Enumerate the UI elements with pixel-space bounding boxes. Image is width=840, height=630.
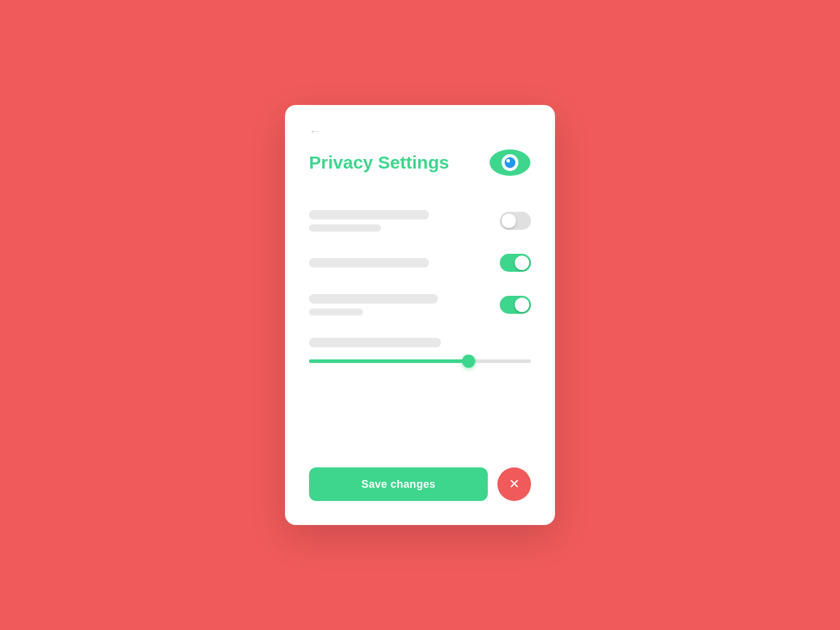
toggle-2-knob <box>515 256 529 270</box>
setting-3-sublabel <box>309 308 363 316</box>
toggle-1-slider <box>500 212 531 230</box>
card-header: Privacy Settings <box>309 148 531 178</box>
svg-point-3 <box>506 159 510 163</box>
toggle-3-slider <box>500 296 531 314</box>
setting-1-sublabel <box>309 224 381 232</box>
setting-1-label <box>309 210 429 220</box>
range-fill <box>309 359 469 363</box>
page-title: Privacy Settings <box>309 152 449 173</box>
toggle-2-slider <box>500 254 531 272</box>
setting-item-3 <box>309 283 531 327</box>
toggle-3-knob <box>515 298 529 312</box>
svg-point-2 <box>505 157 515 168</box>
range-thumb[interactable] <box>462 355 475 368</box>
setting-item-2 <box>309 243 531 283</box>
cancel-button[interactable]: ✕ <box>497 467 531 501</box>
slider-label <box>309 338 441 347</box>
toggle-2[interactable] <box>500 254 531 272</box>
toggle-3[interactable] <box>500 296 531 314</box>
card-footer: Save changes ✕ <box>309 467 531 501</box>
setting-3-label <box>309 294 438 304</box>
settings-list <box>309 199 531 448</box>
setting-1-text <box>309 210 488 232</box>
toggle-1-knob <box>502 214 516 228</box>
back-button[interactable]: ← <box>309 124 321 138</box>
save-button[interactable]: Save changes <box>309 467 488 501</box>
setting-2-label <box>309 258 429 268</box>
toggle-1[interactable] <box>500 212 531 230</box>
range-track[interactable] <box>309 359 531 363</box>
setting-3-text <box>309 294 488 316</box>
slider-section <box>309 327 531 369</box>
privacy-settings-card: ← Privacy Settings <box>285 105 555 525</box>
eye-icon <box>489 148 531 178</box>
setting-2-text <box>309 258 488 268</box>
setting-item-1 <box>309 199 531 243</box>
